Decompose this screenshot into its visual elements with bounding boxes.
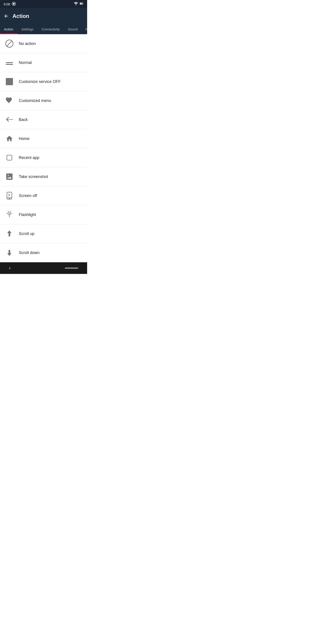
heart-icon (4, 96, 14, 106)
screenshot-icon (4, 172, 14, 182)
list-item[interactable]: No action (0, 34, 87, 53)
list-item[interactable]: Scroll up (0, 224, 87, 243)
back-button[interactable] (3, 14, 9, 19)
item-label-screen-off: Screen off (19, 194, 37, 198)
list-item[interactable]: Back (0, 110, 87, 129)
list-item[interactable]: Take screenshot (0, 167, 87, 186)
tab-action[interactable]: Action (0, 24, 17, 34)
tab-sound[interactable]: Sound (64, 24, 81, 34)
item-label-back: Back (19, 118, 28, 122)
tab-bar: Action Settings Connectivity Sound Notif… (0, 24, 87, 34)
item-label-scroll-down: Scroll down (19, 250, 39, 255)
list-item[interactable]: Recent app (0, 148, 87, 167)
list-item[interactable]: Normal (0, 53, 87, 72)
flashlight-icon (4, 210, 14, 220)
header: Action (0, 8, 87, 24)
svg-point-13 (9, 198, 9, 199)
item-label-flashlight: Flashlight (19, 212, 36, 217)
item-label-screenshot: Take screenshot (19, 174, 48, 179)
status-bar-right (74, 2, 83, 6)
nav-home-pill[interactable] (65, 268, 78, 269)
tab-notification[interactable]: Notification (81, 24, 87, 34)
recent-app-icon (4, 153, 14, 162)
list-item[interactable]: Screen off (0, 186, 87, 205)
back-icon (4, 115, 14, 124)
svg-line-16 (8, 211, 8, 211)
scroll-down-icon (4, 248, 14, 258)
home-icon (4, 134, 14, 144)
page-title: Action (12, 13, 29, 19)
normal-icon (4, 58, 14, 68)
customize-off-icon (4, 77, 14, 86)
item-label-normal: Normal (19, 60, 32, 65)
svg-point-2 (75, 4, 76, 5)
list-item[interactable]: Flashlight (0, 205, 87, 224)
svg-point-1 (13, 3, 15, 5)
no-action-icon (4, 39, 14, 48)
scroll-up-icon (4, 229, 14, 238)
status-time: 9:08 (3, 2, 10, 6)
tab-connectivity[interactable]: Connectivity (37, 24, 64, 34)
svg-line-17 (10, 211, 11, 211)
item-label-customize-off: Customize service OFF (19, 80, 61, 84)
list-item[interactable]: Customize service OFF (0, 72, 87, 91)
nav-back-button[interactable]: ‹ (9, 265, 10, 271)
item-label-recent-app: Recent app (19, 156, 39, 160)
status-bar: 9:08 (0, 0, 87, 8)
svg-point-10 (8, 175, 9, 176)
wifi-icon (74, 2, 78, 6)
action-list: No action Normal Customize service OFF C… (0, 34, 87, 262)
list-item[interactable]: Scroll down (0, 243, 87, 262)
item-label-customized-menu: Customized menu (19, 98, 51, 103)
svg-rect-8 (7, 155, 12, 160)
battery-icon (79, 2, 83, 6)
item-label-scroll-up: Scroll up (19, 232, 34, 236)
list-item[interactable]: Home (0, 129, 87, 148)
item-label-no-action: No action (19, 41, 36, 46)
screen-off-icon (4, 191, 14, 200)
status-bar-left: 9:08 (3, 2, 16, 6)
item-label-home: Home (19, 136, 29, 141)
svg-point-20 (9, 213, 10, 214)
list-item[interactable]: Customized menu (0, 91, 87, 110)
svg-rect-9 (6, 174, 12, 180)
tab-settings[interactable]: Settings (17, 24, 37, 34)
navigation-bar: ‹ (0, 262, 87, 274)
app-icon (12, 2, 16, 6)
